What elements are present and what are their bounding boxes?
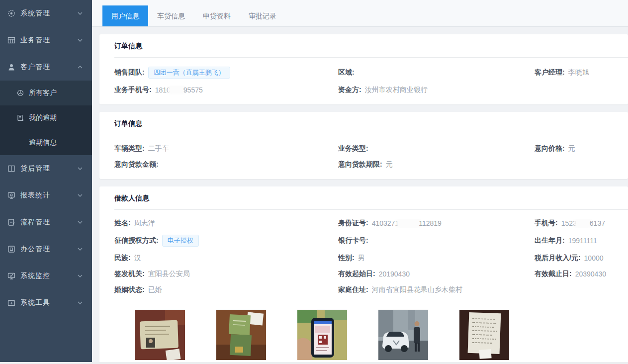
tab-approval-records[interactable]: 审批记录 — [240, 5, 285, 26]
field-valid-from: 有效起始日: 20190430 — [338, 270, 535, 278]
card-title: 借款人信息 — [99, 186, 628, 209]
sidebar-item-system-monitor[interactable]: 系统监控 — [0, 263, 92, 289]
chevron-down-icon — [77, 192, 83, 198]
sidebar-item-system-management[interactable]: 系统管理 — [0, 0, 92, 27]
chevron-down-icon — [77, 166, 83, 172]
field-valid-to: 有效截止日: 20390430 — [535, 270, 628, 278]
field-bank-card: 银行卡号: — [338, 235, 535, 247]
field-funder: 资金方: 汝州市农村商业银行 — [338, 86, 535, 94]
chevron-down-icon — [77, 273, 83, 279]
window-bottom-edge — [0, 362, 628, 364]
chevron-down-icon — [77, 219, 83, 225]
sidebar-item-label: 报表统计 — [20, 191, 77, 200]
field-vehicle-type: 车辆类型: 二手车 — [114, 144, 338, 153]
grid-icon — [7, 36, 16, 45]
sidebar: 系统管理 业务管理 客户管理 所有客户 — [0, 0, 92, 364]
field-mobile: 手机号: 15236137 — [535, 219, 628, 228]
photo-thumbnails: 本人照 驾驶证照片 — [99, 310, 628, 364]
sidebar-subitem-label: 所有客户 — [29, 89, 57, 97]
sidebar-item-label: 系统工具 — [20, 298, 77, 307]
credit-auth-tag: 电子授权 — [162, 235, 199, 247]
id-card-photo[interactable] — [135, 310, 185, 360]
field-id-number: 身份证号: 4103271112819 — [338, 219, 535, 228]
redacted-blur — [576, 219, 591, 227]
card-title: 订单信息 — [99, 34, 628, 57]
field-region: 区域: — [338, 67, 535, 79]
sidebar-subitem-label: 我的逾期 — [29, 113, 57, 122]
sidebar-subitem-all-customers[interactable]: 所有客户 — [0, 81, 92, 105]
tab-user-info[interactable]: 用户信息 — [102, 5, 148, 26]
photo-cell: 驾驶证照片 — [216, 310, 266, 364]
field-credit-auth: 征信授权方式: 电子授权 — [114, 235, 338, 247]
sidebar-item-label: 系统管理 — [20, 9, 77, 18]
field-intent-loan-amount: 意向贷款金额: — [114, 160, 338, 169]
sidebar-item-business-management[interactable]: 业务管理 — [0, 27, 92, 54]
tab-bar: 用户信息 车贷信息 申贷资料 审批记录 — [92, 0, 628, 27]
tab-car-loan-info[interactable]: 车贷信息 — [148, 5, 194, 26]
field-business-type: 业务类型: — [338, 144, 535, 153]
field-income: 税后月收入/元: 10000 — [535, 254, 628, 263]
sidebar-item-label: 贷后管理 — [20, 164, 77, 173]
book-icon — [7, 164, 16, 173]
field-sales-team: 销售团队: 四团一营（直属王鹏飞） — [114, 67, 338, 79]
phone-qr-photo[interactable] — [297, 310, 347, 360]
field-marital: 婚姻状态: 已婚 — [114, 285, 338, 294]
field-birth: 出生年月: 19911111 — [535, 235, 628, 247]
card-title: 订单信息 — [99, 112, 628, 135]
field-name: 姓名: 周志洋 — [114, 219, 338, 228]
sidebar-subitem-label: 逾期信息 — [29, 138, 57, 147]
gear-icon — [7, 9, 16, 18]
monitor-icon — [7, 191, 16, 200]
sidebar-item-system-tools[interactable]: 系统工具 — [0, 289, 92, 316]
chevron-up-icon — [77, 64, 83, 70]
photo-cell: 本人照 — [135, 310, 185, 364]
car-person-photo[interactable] — [378, 310, 428, 360]
field-customer-manager: 客户经理: 李晓旭 — [535, 67, 628, 79]
sidebar-item-label: 系统监控 — [20, 272, 77, 280]
photo-cell: 材料照片 — [459, 310, 509, 364]
field-gender: 性别: 男 — [338, 254, 535, 263]
wheel-icon — [16, 89, 24, 97]
sidebar-item-customer-management[interactable]: 客户管理 — [0, 54, 92, 81]
square-icon — [7, 245, 16, 254]
sidebar-item-process-management[interactable]: 流程管理 — [0, 209, 92, 236]
redacted-blur — [398, 219, 420, 227]
field-ethnic: 民族: 汉 — [114, 254, 338, 263]
sidebar-item-postloan-management[interactable]: 贷后管理 — [0, 155, 92, 182]
customer-management-submenu: 所有客户 我的逾期 逾期信息 — [0, 81, 92, 155]
monitor-check-icon — [7, 272, 16, 280]
notebook-icon — [16, 114, 24, 122]
sales-team-tag: 四团一营（直属王鹏飞） — [148, 67, 230, 79]
field-business-phone: 业务手机号: 181095575 — [114, 86, 338, 94]
field-issuer: 签发机关: 宜阳县公安局 — [114, 270, 338, 278]
redacted-blur — [170, 86, 184, 93]
user-icon — [7, 63, 16, 72]
main-content: 用户信息 车贷信息 申贷资料 审批记录 订单信息 销售团队: 四团一营（直属王鹏… — [92, 0, 628, 364]
field-intent-loan-term: 意向贷款期限: 元 — [338, 160, 535, 169]
field-intent-price: 意向价格: 元 — [535, 144, 628, 153]
order-info-card-2: 订单信息 车辆类型: 二手车 业务类型: 意向价格: 元 意向贷款金额 — [99, 112, 628, 179]
sidebar-item-label: 业务管理 — [20, 36, 77, 45]
sidebar-item-office-management[interactable]: 办公管理 — [0, 236, 92, 263]
photo-cell: 人车合影 — [378, 310, 428, 364]
field-address: 家庭住址: 河南省宜阳县花果山乡木柴村 — [338, 285, 535, 294]
tab-loan-application-materials[interactable]: 申贷资料 — [194, 5, 240, 26]
sidebar-item-label: 客户管理 — [20, 63, 77, 72]
chevron-down-icon — [77, 246, 83, 252]
sidebar-item-report-statistics[interactable]: 报表统计 — [0, 182, 92, 209]
license-booklet-photo[interactable] — [216, 310, 266, 360]
clipboard-icon — [7, 218, 16, 227]
sidebar-subitem-my-overdue[interactable]: 我的逾期 — [0, 105, 92, 130]
order-info-card-1: 订单信息 销售团队: 四团一营（直属王鹏飞） 区域: 客户经理: 李晓旭 — [99, 34, 628, 104]
borrower-info-card: 借款人信息 姓名: 周志洋 身份证号: 4103271112819 手机号: 1… — [99, 186, 628, 364]
photo-cell: 征信报告 — [297, 310, 347, 364]
chevron-down-icon — [77, 37, 83, 43]
sidebar-subitem-overdue-info[interactable]: 逾期信息 — [0, 130, 92, 155]
toolbox-icon — [7, 298, 16, 307]
sidebar-item-label: 流程管理 — [20, 218, 77, 227]
sidebar-item-label: 办公管理 — [20, 245, 77, 254]
chevron-down-icon — [77, 10, 83, 16]
chevron-down-icon — [77, 300, 83, 306]
document-photo[interactable] — [459, 310, 509, 360]
